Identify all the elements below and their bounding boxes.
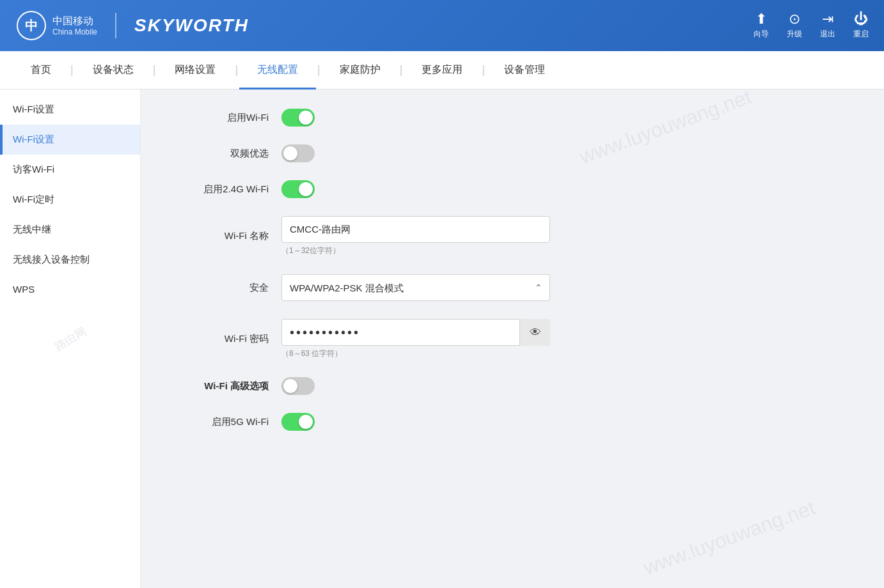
enable-24g-toggle[interactable] [281,180,315,198]
sidebar-item-wireless-relay[interactable]: 无线中继 [0,215,140,245]
enable-wifi-row: 启用Wi-Fi [166,109,678,127]
guide-button[interactable]: ⬆ 向导 [754,12,769,40]
security-select[interactable]: WPA/WPA2-PSK 混合模式 WPA2-PSK WPA-PSK 无加密 [281,274,550,301]
enable-wifi-toggle[interactable] [281,109,315,127]
security-select-wrapper: WPA/WPA2-PSK 混合模式 WPA2-PSK WPA-PSK 无加密 ⌃ [281,274,550,301]
sidebar-item-wifi-settings-sub[interactable]: Wi-Fi设置 [0,125,140,155]
nav-network-settings[interactable]: 网络设置 [157,51,233,89]
security-control: WPA/WPA2-PSK 混合模式 WPA2-PSK WPA-PSK 无加密 ⌃ [281,274,550,301]
sidebar-item-wireless-access-control[interactable]: 无线接入设备控制 [0,245,140,275]
nav-wireless-config[interactable]: 无线配置 [239,51,316,89]
sidebar: 路由网 Wi-Fi设置 Wi-Fi设置 访客Wi-Fi Wi-Fi定时 无线中继… [0,89,141,588]
logout-icon: ⇥ [822,12,833,26]
wifi-password-control: 👁 （8～63 位字符） [281,319,550,359]
guide-label: 向导 [754,29,769,40]
main-nav: 首页 | 设备状态 | 网络设置 | 无线配置 | 家庭防护 | 更多应用 | … [0,51,884,89]
header-left: 中 中国移动 China Mobile SKYWORTH [15,10,249,42]
security-label: 安全 [166,282,269,294]
wifi-form: 启用Wi-Fi 双频优选 启用2.4G Wi-Fi [166,109,678,431]
restart-icon: ⏻ [854,12,868,26]
sidebar-item-wps[interactable]: WPS [0,275,140,304]
restart-button[interactable]: ⏻ 重启 [853,12,869,40]
enable-5g-label: 启用5G Wi-Fi [166,416,269,428]
dual-band-row: 双频优选 [166,144,678,162]
wifi-password-input[interactable] [281,319,550,346]
enable-24g-toggle-knob [299,182,313,196]
advanced-options-toggle[interactable] [281,377,315,395]
wifi-password-label: Wi-Fi 密码 [166,333,269,345]
sidebar-item-guest-wifi[interactable]: 访客Wi-Fi [0,155,140,185]
logout-label: 退出 [820,29,835,40]
upgrade-label: 升级 [787,29,802,40]
enable-5g-row: 启用5G Wi-Fi [166,413,678,431]
nav-family-protect[interactable]: 家庭防护 [322,51,399,89]
wifi-name-control: （1～32位字符） [281,216,550,256]
china-mobile-icon: 中 [15,10,47,42]
main-layout: 路由网 Wi-Fi设置 Wi-Fi设置 访客Wi-Fi Wi-Fi定时 无线中继… [0,89,884,588]
dual-band-toggle[interactable] [281,144,315,162]
enable-wifi-label: 启用Wi-Fi [166,112,269,124]
dual-band-label: 双频优选 [166,148,269,160]
nav-more-apps[interactable]: 更多应用 [404,51,480,89]
brand-en: China Mobile [52,27,97,36]
dual-band-toggle-knob [283,146,297,160]
password-eye-toggle[interactable]: 👁 [519,319,550,346]
brand-cn: 中国移动 [52,15,97,27]
content-area: www.luyouwang.net www.luyouwang.net 启用Wi… [141,89,884,588]
enable-24g-row: 启用2.4G Wi-Fi [166,180,678,198]
wifi-password-hint: （8～63 位字符） [281,348,550,359]
header: 中 中国移动 China Mobile SKYWORTH ⬆ 向导 ⊙ 升级 ⇥… [0,0,884,51]
enable-5g-toggle-knob [299,415,313,429]
svg-text:中: 中 [25,19,38,33]
sidebar-watermark: 路由网 [51,323,89,354]
watermark-3: www.luyouwang.net [640,496,818,580]
wifi-name-hint: （1～32位字符） [281,245,550,256]
enable-wifi-toggle-knob [299,111,313,125]
eye-icon: 👁 [530,326,541,339]
wifi-name-row: Wi-Fi 名称 （1～32位字符） [166,216,678,256]
header-actions: ⬆ 向导 ⊙ 升级 ⇥ 退出 ⏻ 重启 [754,12,869,40]
advanced-options-row: Wi-Fi 高级选项 [166,377,678,395]
upgrade-icon: ⊙ [789,12,800,26]
advanced-options-label: Wi-Fi 高级选项 [166,380,269,392]
upgrade-button[interactable]: ⊙ 升级 [787,12,802,40]
china-mobile-logo: 中 中国移动 China Mobile [15,10,97,42]
wifi-name-input[interactable] [281,216,550,243]
skyworth-logo: SKYWORTH [134,15,249,36]
restart-label: 重启 [853,29,869,40]
sidebar-item-wifi-timer[interactable]: Wi-Fi定时 [0,185,140,215]
sidebar-item-wifi-settings-group[interactable]: Wi-Fi设置 [0,95,140,125]
wifi-password-row: Wi-Fi 密码 👁 （8～63 位字符） [166,319,678,359]
security-row: 安全 WPA/WPA2-PSK 混合模式 WPA2-PSK WPA-PSK 无加… [166,274,678,301]
guide-icon: ⬆ [755,12,767,26]
advanced-options-toggle-knob [283,379,297,393]
nav-device-status[interactable]: 设备状态 [75,51,152,89]
header-divider [115,13,116,38]
logout-button[interactable]: ⇥ 退出 [820,12,835,40]
enable-24g-label: 启用2.4G Wi-Fi [166,183,269,196]
nav-device-mgmt[interactable]: 设备管理 [486,51,563,89]
enable-5g-toggle[interactable] [281,413,315,431]
nav-home[interactable]: 首页 [13,51,69,89]
wifi-name-label: Wi-Fi 名称 [166,230,269,242]
password-wrapper: 👁 [281,319,550,346]
